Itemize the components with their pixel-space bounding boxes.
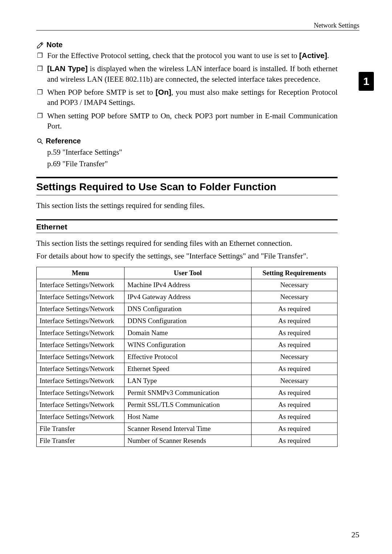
- table-cell-menu: File Transfer: [37, 423, 124, 435]
- table-header-tool: User Tool: [124, 267, 252, 279]
- note-heading: Note: [36, 41, 338, 49]
- table-cell-tool: WINS Configuration: [124, 339, 252, 351]
- table-row: Interface Settings/NetworkEffective Prot…: [37, 351, 338, 363]
- table-cell-req: As required: [252, 387, 338, 399]
- table-row: Interface Settings/NetworkDNS Configurat…: [37, 303, 338, 315]
- table-cell-menu: Interface Settings/Network: [37, 411, 124, 423]
- chapter-tab-label: 1: [363, 75, 369, 87]
- table-cell-tool: Ethernet Speed: [124, 363, 252, 375]
- subsection-paragraph: For details about how to specify the set…: [36, 251, 338, 261]
- table-row: Interface Settings/NetworkEthernet Speed…: [37, 363, 338, 375]
- table-cell-menu: Interface Settings/Network: [37, 399, 124, 411]
- table-cell-tool: Machine IPv4 Address: [124, 279, 252, 291]
- note-text: When POP before SMTP is set to: [47, 88, 156, 97]
- note-heading-label: Note: [46, 41, 62, 49]
- table-row: Interface Settings/NetworkPermit SSL/TLS…: [37, 399, 338, 411]
- table-cell-req: Necessary: [252, 351, 338, 363]
- table-cell-req: As required: [252, 411, 338, 423]
- subsection-paragraph: This section lists the settings required…: [36, 238, 338, 249]
- table-cell-tool: Permit SNMPv3 Communication: [124, 387, 252, 399]
- note-text: For the Effective Protocol setting, chec…: [47, 51, 299, 60]
- table-header-req: Setting Requirements: [252, 267, 338, 279]
- note-item: When setting POP before SMTP to On, chec…: [36, 111, 338, 131]
- note-bold: [Active]: [299, 51, 327, 60]
- table-row: Interface Settings/NetworkWINS Configura…: [37, 339, 338, 351]
- reference-list: p.59 "Interface Settings" p.69 "File Tra…: [36, 147, 338, 170]
- table-cell-req: As required: [252, 363, 338, 375]
- table-cell-req: Necessary: [252, 375, 338, 387]
- table-header-row: Menu User Tool Setting Requirements: [37, 267, 338, 279]
- page-number: 25: [351, 530, 359, 539]
- table-row: File TransferNumber of Scanner ResendsAs…: [37, 435, 338, 447]
- note-text: is displayed when the wireless LAN inter…: [47, 64, 338, 83]
- reference-heading-label: Reference: [46, 137, 81, 145]
- note-text: .: [327, 51, 329, 60]
- reference-item: p.69 "File Transfer": [47, 158, 338, 170]
- page: Network Settings 1 Note For the Effectiv…: [0, 0, 392, 554]
- subsection-heading: Ethernet: [36, 219, 338, 233]
- table-cell-req: Necessary: [252, 291, 338, 303]
- table-header-menu: Menu: [37, 267, 124, 279]
- settings-table: Menu User Tool Setting Requirements Inte…: [36, 267, 338, 447]
- table-cell-tool: Permit SSL/TLS Communication: [124, 399, 252, 411]
- table-cell-req: As required: [252, 327, 338, 339]
- table-cell-req: As required: [252, 423, 338, 435]
- table-row: Interface Settings/NetworkMachine IPv4 A…: [37, 279, 338, 291]
- table-cell-tool: Effective Protocol: [124, 351, 252, 363]
- page-header: Network Settings: [36, 22, 359, 30]
- table-cell-menu: File Transfer: [37, 435, 124, 447]
- table-cell-req: Necessary: [252, 279, 338, 291]
- table-row: Interface Settings/NetworkLAN TypeNecess…: [37, 375, 338, 387]
- magnifier-icon: [36, 138, 44, 145]
- table-cell-tool: Scanner Resend Interval Time: [124, 423, 252, 435]
- table-cell-tool: Host Name: [124, 411, 252, 423]
- table-cell-req: As required: [252, 435, 338, 447]
- table-cell-tool: Number of Scanner Resends: [124, 435, 252, 447]
- section-intro: This section lists the settings required…: [36, 200, 338, 211]
- reference-heading: Reference: [36, 137, 338, 145]
- table-cell-menu: Interface Settings/Network: [37, 315, 124, 327]
- content: Note For the Effective Protocol setting,…: [36, 41, 338, 447]
- table-row: Interface Settings/NetworkDomain NameAs …: [37, 327, 338, 339]
- table-cell-menu: Interface Settings/Network: [37, 279, 124, 291]
- table-cell-tool: LAN Type: [124, 375, 252, 387]
- table-cell-tool: DNS Configuration: [124, 303, 252, 315]
- section-title: Settings Required to Use Scan to Folder …: [36, 178, 338, 195]
- note-bold: [On]: [156, 88, 171, 96]
- note-bold: [LAN Type]: [47, 64, 87, 73]
- reference-item: p.59 "Interface Settings": [47, 147, 338, 158]
- table-row: Interface Settings/NetworkPermit SNMPv3 …: [37, 387, 338, 399]
- note-item: [LAN Type] is displayed when the wireles…: [36, 64, 338, 84]
- table-row: Interface Settings/NetworkDDNS Configura…: [37, 315, 338, 327]
- note-item: When POP before SMTP is set to [On], you…: [36, 87, 338, 108]
- table-cell-req: As required: [252, 339, 338, 351]
- svg-line-1: [41, 142, 43, 144]
- table-row: File TransferScanner Resend Interval Tim…: [37, 423, 338, 435]
- table-cell-tool: Domain Name: [124, 327, 252, 339]
- chapter-tab: 1: [359, 72, 374, 91]
- table-cell-req: As required: [252, 315, 338, 327]
- note-text: When setting POP before SMTP to On, chec…: [47, 111, 338, 130]
- pencil-icon: [36, 41, 44, 49]
- table-cell-req: As required: [252, 303, 338, 315]
- table-row: Interface Settings/NetworkHost NameAs re…: [37, 411, 338, 423]
- svg-point-0: [37, 139, 41, 142]
- table-cell-tool: DDNS Configuration: [124, 315, 252, 327]
- table-cell-menu: Interface Settings/Network: [37, 327, 124, 339]
- table-cell-menu: Interface Settings/Network: [37, 339, 124, 351]
- table-cell-menu: Interface Settings/Network: [37, 291, 124, 303]
- table-cell-req: As required: [252, 399, 338, 411]
- table-cell-menu: Interface Settings/Network: [37, 363, 124, 375]
- subsection-title: Ethernet: [36, 220, 338, 233]
- table-row: Interface Settings/NetworkIPv4 Gateway A…: [37, 291, 338, 303]
- table-cell-menu: Interface Settings/Network: [37, 351, 124, 363]
- table-cell-menu: Interface Settings/Network: [37, 387, 124, 399]
- note-list: For the Effective Protocol setting, chec…: [36, 50, 338, 131]
- table-cell-menu: Interface Settings/Network: [37, 303, 124, 315]
- note-item: For the Effective Protocol setting, chec…: [36, 50, 338, 61]
- table-cell-tool: IPv4 Gateway Address: [124, 291, 252, 303]
- section-heading: Settings Required to Use Scan to Folder …: [36, 177, 338, 195]
- header-title: Network Settings: [314, 22, 360, 29]
- table-cell-menu: Interface Settings/Network: [37, 375, 124, 387]
